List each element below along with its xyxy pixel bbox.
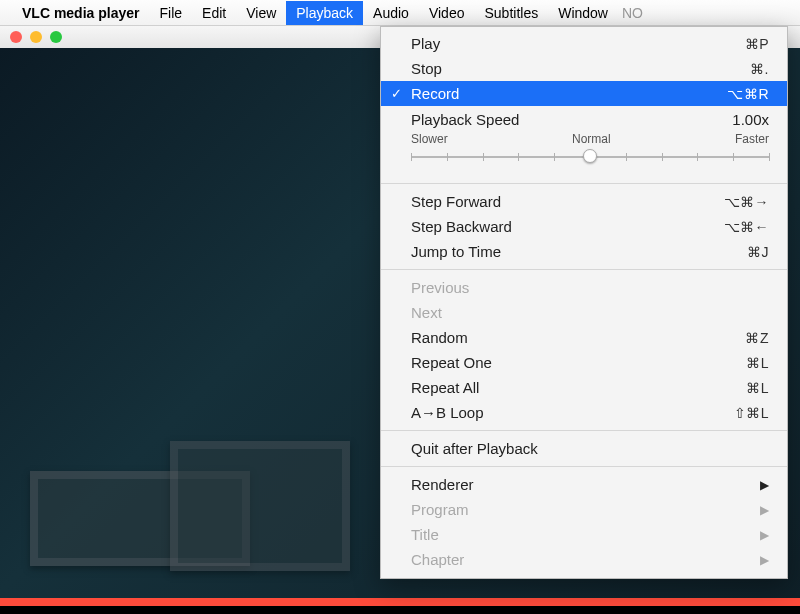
speed-slower-label: Slower [411,132,448,146]
playback-speed-slider[interactable] [411,148,769,166]
speed-normal-label: Normal [572,132,611,146]
menu-item-chapter: Chapter ▶ [381,547,787,572]
playback-progress-bar[interactable] [0,598,800,606]
submenu-arrow-icon: ▶ [760,528,769,542]
menu-truncated: NO [618,1,653,25]
menu-item-ab-loop[interactable]: A→B Loop ⇧⌘L [381,400,787,425]
menu-video[interactable]: Video [419,1,475,25]
checkmark-icon: ✓ [391,86,402,101]
menu-separator [381,466,787,467]
playback-menu-dropdown: Play ⌘P Stop ⌘. ✓ Record ⌥⌘R Playback Sp… [380,26,788,579]
app-name[interactable]: VLC media player [22,5,140,21]
menu-item-previous: Previous [381,275,787,300]
playback-speed-label: Playback Speed [411,111,519,128]
menu-item-quit-after-playback[interactable]: Quit after Playback [381,436,787,461]
menu-separator [381,183,787,184]
playback-speed-section: Playback Speed 1.00x Slower Normal Faste… [381,106,787,178]
slider-knob[interactable] [583,149,597,163]
menu-item-title: Title ▶ [381,522,787,547]
menu-audio[interactable]: Audio [363,1,419,25]
menubar: VLC media player File Edit View Playback… [0,0,800,26]
menu-item-next: Next [381,300,787,325]
window-close-button[interactable] [10,31,22,43]
menu-item-program: Program ▶ [381,497,787,522]
menu-file[interactable]: File [150,1,193,25]
submenu-arrow-icon: ▶ [760,503,769,517]
menu-item-stop[interactable]: Stop ⌘. [381,56,787,81]
menu-item-random[interactable]: Random ⌘Z [381,325,787,350]
playback-speed-value: 1.00x [732,111,769,128]
menu-separator [381,430,787,431]
menu-item-repeat-all[interactable]: Repeat All ⌘L [381,375,787,400]
menu-separator [381,269,787,270]
menu-item-step-backward[interactable]: Step Backward ⌥⌘← [381,214,787,239]
menu-edit[interactable]: Edit [192,1,236,25]
menu-item-play[interactable]: Play ⌘P [381,31,787,56]
menu-playback[interactable]: Playback [286,1,363,25]
menu-view[interactable]: View [236,1,286,25]
submenu-arrow-icon: ▶ [760,478,769,492]
video-scenery [170,441,350,571]
menu-subtitles[interactable]: Subtitles [474,1,548,25]
speed-faster-label: Faster [735,132,769,146]
menu-item-step-forward[interactable]: Step Forward ⌥⌘→ [381,189,787,214]
menu-item-renderer[interactable]: Renderer ▶ [381,472,787,497]
menu-item-jump-to-time[interactable]: Jump to Time ⌘J [381,239,787,264]
window-zoom-button[interactable] [50,31,62,43]
submenu-arrow-icon: ▶ [760,553,769,567]
menu-item-record[interactable]: ✓ Record ⌥⌘R [381,81,787,106]
menu-window[interactable]: Window [548,1,618,25]
window-minimize-button[interactable] [30,31,42,43]
menu-item-repeat-one[interactable]: Repeat One ⌘L [381,350,787,375]
